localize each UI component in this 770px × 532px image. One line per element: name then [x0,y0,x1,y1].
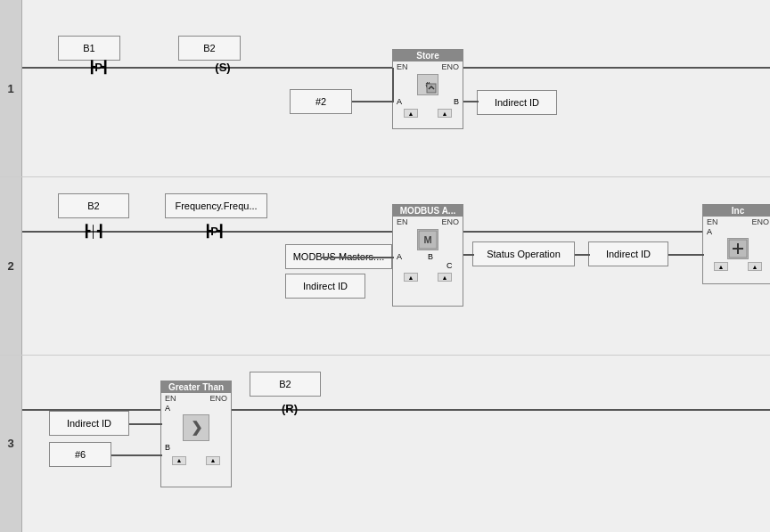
store-block[interactable]: Store EN ENO # A B [392,49,463,129]
modbus-arrows[interactable]: ▲ ▲ [393,272,463,282]
rail-indirect-gt [129,423,162,425]
main-container: 1 B1 B2 ┣P┫ (S) #2 [0,0,770,532]
modbus-block[interactable]: MODBUS A... EN ENO M A B [392,204,463,307]
line-hash2-store [392,68,394,102]
gt-block[interactable]: Greater Than EN ENO A ❯ B ▲ [160,381,232,487]
modbus-body: M [393,227,463,252]
status-op-r2: Status Operation [472,241,575,266]
store-ports: EN ENO [393,61,463,72]
svg-rect-0 [427,84,436,93]
inc-arrow-left[interactable]: ▲ [714,262,728,271]
contact-p-r1[interactable]: ┣P┫ [76,56,120,78]
gt-ab-port-labels: A [161,404,231,413]
rung-3-content: B2 (R) Greater Than EN ENO A ❯ [22,356,770,532]
store-arrow-right[interactable]: ▲ [438,109,452,118]
rail-indirect-inc [668,254,704,256]
rung-1-content: B1 B2 ┣P┫ (S) #2 Store EN [22,0,770,176]
modbus-c-port: C [393,261,463,272]
rung-2: 2 B2 Frequency.Frequ... ┣│┫ ┣P┫ MODBU [0,177,770,355]
rung-number-1: 1 [0,0,22,176]
coil-s-r1[interactable]: (S) [201,56,245,78]
store-body: # [393,72,463,97]
inc-icon [727,238,749,259]
store-icon: # [417,74,438,95]
gt-icon: ❯ [183,414,209,441]
gt-title: Greater Than [161,381,231,393]
rail-store-b-indirect [463,101,479,102]
rung-1: 1 B1 B2 ┣P┫ (S) #2 [0,0,770,177]
rail-status-indirect [575,254,590,256]
gt-arrow-left[interactable]: ▲ [172,456,186,465]
modbus-title: MODBUS A... [393,205,463,217]
indirect-id-r1: Indirect ID [477,90,557,115]
rail-hash6-gt [111,454,162,456]
b2-label-r2: B2 [58,193,129,218]
rung-3-rail [22,409,770,411]
hash6-input-r3: #6 [49,442,111,467]
inc-a-port: A [703,227,770,236]
store-ab-ports: A B [393,97,463,108]
rail-hash2 [352,101,394,102]
coil-r-r3[interactable]: (R) [267,398,312,420]
modbus-abc-ports: A B [393,252,463,261]
rung-3: 3 B2 (R) Greater Than EN ENO A [0,356,770,532]
store-title: Store [393,50,463,61]
inc-arrow-right[interactable]: ▲ [748,262,762,271]
indirect-id-b-r2: Indirect ID [285,274,365,299]
gt-b-port: B [161,443,231,452]
rung-number-3: 3 [0,356,22,532]
gt-arrow-right[interactable]: ▲ [206,456,220,465]
rung-number-2: 2 [0,177,22,354]
indirect-id-r3: Indirect ID [49,411,129,436]
gt-body: ❯ [161,413,231,443]
inc-ports: EN ENO [703,217,770,227]
rung-2-content: B2 Frequency.Frequ... ┣│┫ ┣P┫ MODBUS A..… [22,177,770,354]
modbus-ports: EN ENO [393,217,463,227]
hash2-input: #2 [290,89,352,114]
contact-np-r2[interactable]: ┣│┫ [76,220,111,241]
rail-c-status [463,254,474,256]
modbus-arrow-left[interactable]: ▲ [404,273,418,282]
modbus-icon: M [417,229,438,250]
gt-arrows[interactable]: ▲ ▲ [161,455,231,466]
store-arrow-left[interactable]: ▲ [404,109,418,118]
store-arrows[interactable]: ▲ ▲ [393,108,463,119]
svg-text:M: M [423,234,431,245]
gt-ports: EN ENO [161,393,231,404]
inc-arrows[interactable]: ▲ ▲ [703,261,770,272]
modbus-arrow-right[interactable]: ▲ [438,273,452,282]
inc-title: Inc [703,205,770,217]
inc-body [703,236,770,261]
b2-label-r3: B2 [250,372,321,397]
freq-label-r2: Frequency.Frequ... [165,193,267,218]
contact-p-r2[interactable]: ┣P┫ [192,220,236,241]
indirect-id-c-r2: Indirect ID [588,241,668,266]
rail-masters-modbus2 [321,257,394,258]
inc-block[interactable]: Inc EN ENO A [702,204,770,284]
